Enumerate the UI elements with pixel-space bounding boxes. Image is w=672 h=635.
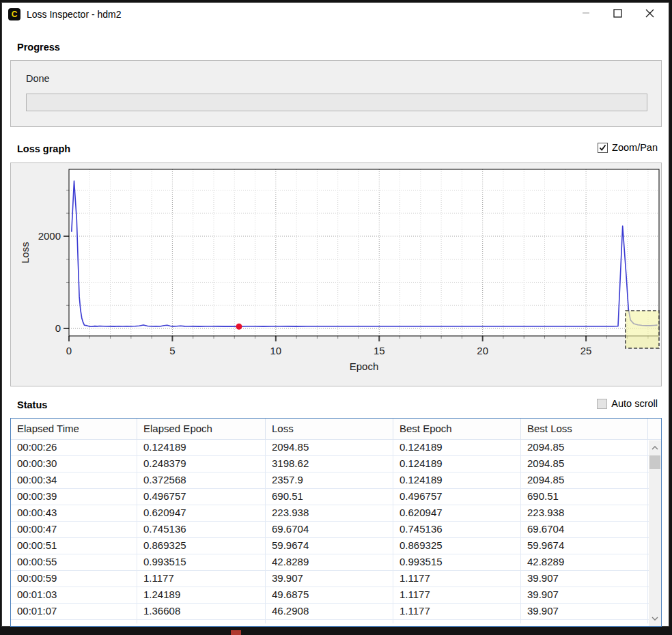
zoom-pan-label: Zoom/Pan (612, 142, 658, 153)
table-cell: 39.907 (266, 571, 393, 587)
table-cell: 1.36608 (137, 604, 266, 619)
table-cell: 0.869325 (393, 538, 521, 554)
chevron-down-icon (652, 617, 658, 621)
column-header[interactable]: Best Loss (521, 419, 648, 439)
table-header-row: Elapsed TimeElapsed EpochLossBest EpochB… (11, 419, 661, 440)
maximize-button[interactable] (602, 3, 634, 23)
table-row[interactable]: 00:00:470.74513669.67040.74513669.6704 (11, 522, 661, 538)
table-cell: 0.496757 (393, 489, 521, 505)
scroll-down-button[interactable] (649, 612, 661, 625)
scroll-up-button[interactable] (649, 442, 661, 454)
table-cell: 00:00:26 (11, 440, 137, 455)
table-cell: 39.907 (521, 587, 648, 603)
table-row[interactable]: 00:00:260.1241892094.850.1241892094.85 (11, 440, 661, 456)
progress-section-label: Progress (17, 42, 60, 53)
progress-status-text: Done (26, 73, 50, 84)
column-header[interactable]: Best Epoch (393, 419, 521, 439)
table-cell: 1.1177 (393, 571, 521, 587)
table-cell: 2094.85 (521, 472, 648, 488)
column-header[interactable]: Loss (266, 419, 393, 439)
x-tick-label: 25 (580, 345, 592, 356)
table-cell: 0.124189 (393, 472, 521, 488)
table-cell: 0.993515 (393, 554, 521, 570)
table-cell: 59.9674 (266, 538, 393, 554)
checkbox-checked-icon (598, 143, 608, 153)
table-cell: 2357.9 (266, 472, 393, 488)
y-tick-label: 0 (55, 322, 61, 334)
table-cell: 00:01:07 (11, 604, 137, 619)
table-row[interactable]: 00:01:031.2418949.68751.117739.907 (11, 587, 661, 604)
table-cell: 2094.85 (521, 456, 648, 472)
auto-scroll-checkbox[interactable]: Auto scroll (597, 398, 658, 409)
column-header[interactable]: Elapsed Epoch (137, 419, 266, 439)
app-window: C Loss Inspector - hdm2 Progress Done Lo… (1, 2, 669, 627)
table-cell: 00:00:47 (11, 522, 137, 537)
table-cell: 00:00:34 (11, 472, 137, 488)
table-cell: 42.8289 (266, 554, 393, 570)
table-cell: 00:00:43 (11, 505, 137, 521)
close-button[interactable] (634, 3, 666, 23)
table-cell: 1.49027 (137, 620, 266, 623)
table-row[interactable]: 00:00:340.3725682357.90.1241892094.85 (11, 472, 661, 489)
table-cell: 223.938 (266, 505, 393, 521)
column-header[interactable]: Elapsed Time (11, 419, 137, 439)
table-row[interactable]: 00:00:591.117739.9071.117739.907 (11, 571, 661, 587)
checkbox-unchecked-icon (597, 399, 607, 409)
app-icon: C (8, 8, 20, 20)
table-cell: 39.907 (521, 604, 648, 619)
loss-graph-section-label: Loss graph (17, 143, 70, 154)
table-cell: 2094.85 (266, 440, 393, 455)
zoom-selection-box[interactable] (626, 311, 659, 348)
table-scrollbar[interactable] (649, 440, 661, 626)
table-row[interactable]: 00:00:430.620947223.9380.620947223.938 (11, 505, 661, 522)
window-title: Loss Inspector - hdm2 (27, 3, 122, 26)
table-row[interactable]: 00:00:510.86932559.96740.86932559.9674 (11, 538, 661, 554)
progress-groupbox: Done (10, 60, 662, 127)
table-cell: 00:00:59 (11, 571, 137, 587)
table-cell: 0.993515 (137, 554, 266, 570)
table-row[interactable]: 00:00:550.99351542.82890.99351542.8289 (11, 554, 661, 571)
table-cell: 0.124189 (393, 456, 521, 472)
table-cell: 690.51 (521, 489, 648, 505)
table-cell: 49.6875 (266, 587, 393, 603)
loss-chart[interactable]: 051015202502000EpochLoss (11, 163, 661, 386)
y-tick-label: 2000 (38, 230, 61, 242)
table-cell: 39.907 (521, 620, 648, 623)
table-cell: 0.372568 (137, 472, 266, 488)
table-cell: 00:00:39 (11, 489, 137, 505)
table-body[interactable]: 00:00:260.1241892094.850.1241892094.8500… (11, 440, 661, 623)
table-row[interactable]: 00:00:390.496757690.510.496757690.51 (11, 489, 661, 505)
table-cell: 00:00:30 (11, 456, 137, 472)
progress-bar (26, 94, 647, 111)
table-cell: 0.620947 (393, 505, 521, 521)
scrollbar-thumb[interactable] (649, 455, 660, 469)
zoom-pan-checkbox[interactable]: Zoom/Pan (598, 142, 658, 153)
y-axis-title: Loss (19, 242, 31, 264)
table-cell: 00:01:11 (11, 620, 137, 623)
x-tick-label: 15 (374, 345, 385, 356)
x-axis-title: Epoch (350, 361, 379, 372)
title-bar[interactable]: C Loss Inspector - hdm2 (2, 3, 669, 26)
loss-graph-panel[interactable]: 051015202502000EpochLoss (10, 163, 662, 386)
table-cell: 0.496757 (137, 489, 266, 505)
table-cell: 42.8289 (521, 554, 648, 570)
table-row[interactable]: 00:00:300.2483793198.620.1241892094.85 (11, 456, 661, 472)
minimize-button[interactable] (570, 3, 602, 23)
x-tick-label: 10 (270, 345, 281, 356)
background-red-sliver (231, 630, 241, 635)
table-row[interactable]: 00:01:071.3660846.29081.117739.907 (11, 604, 661, 620)
table-cell: 690.51 (266, 489, 393, 505)
x-tick-label: 0 (66, 345, 72, 356)
table-cell: 1.24189 (137, 587, 266, 603)
table-cell: 0.620947 (137, 505, 266, 521)
table-cell: 1.1177 (393, 604, 521, 619)
x-tick-label: 20 (477, 345, 488, 356)
table-cell: 46.2908 (266, 604, 393, 619)
minimize-icon (582, 9, 590, 17)
table-row[interactable]: 00:01:111.4902751.91731.117739.907 (11, 620, 661, 623)
table-cell: 1.1177 (137, 571, 266, 587)
table-cell: 3198.62 (266, 456, 393, 472)
chevron-up-icon (652, 446, 658, 450)
table-cell: 0.124189 (137, 440, 266, 455)
plot-area (69, 169, 659, 336)
